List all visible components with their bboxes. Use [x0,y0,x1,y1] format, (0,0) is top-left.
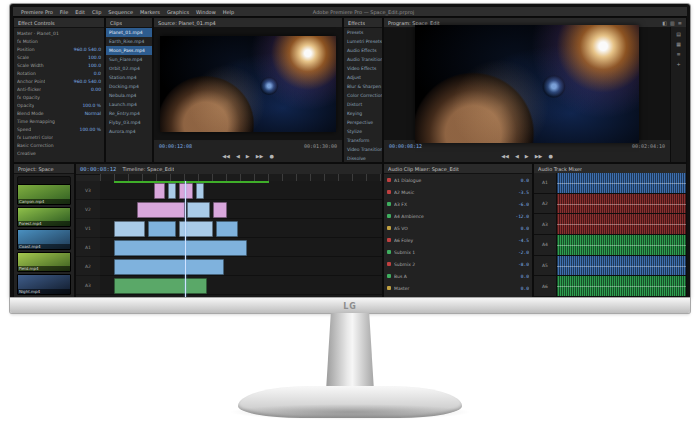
tab-source-monitor[interactable]: Source: Planet_01.mp4 [158,20,216,26]
menu-item[interactable]: Premiere Pro [21,9,53,15]
menu-item[interactable]: File [60,9,68,15]
audio-track-row[interactable]: A3 [534,214,686,235]
param-value[interactable]: 0.00 [91,87,101,92]
transport-button[interactable]: ● [269,153,273,159]
effect-param-row[interactable]: Rotation 0.0 [17,69,101,77]
clip-list-item[interactable]: Sun_Flare.mp4 [106,55,152,64]
channel-level-value[interactable]: 0.0 [521,274,529,279]
transport-button[interactable]: ▶ [525,153,529,159]
timeline-clip[interactable] [114,278,207,294]
track-header-label[interactable]: A1 [76,238,100,257]
clip-list-item[interactable]: Nebula.mp4 [106,91,152,100]
effects-list-item[interactable]: Video Transitions [344,145,382,154]
param-value[interactable]: 960.0 540.0 [74,79,101,84]
effects-list-item[interactable]: Adjust [344,73,382,82]
transport-button[interactable]: ◀ [236,153,240,159]
effect-param-row[interactable]: Position 960.0 540.0 [17,45,101,53]
timeline-clip[interactable] [137,202,185,218]
mixer-channel-row[interactable]: Submix 2 -8.0 [387,258,529,270]
timeline-clip[interactable] [187,202,210,218]
menu-item[interactable]: Sequence [108,9,133,15]
clip-list-item[interactable]: Aurora.mp4 [106,127,152,136]
tab-timeline[interactable]: Timeline: Space_Edit [122,166,174,172]
media-thumbnail[interactable]: Forest.mp4 [17,207,71,228]
param-value[interactable]: Normal [85,111,101,116]
mixer-channel-row[interactable]: A4 Ambience -12.0 [387,210,529,222]
param-value[interactable]: 100.0 [88,55,101,60]
audio-track-waveform[interactable] [557,214,686,234]
panel-menu-icon[interactable]: ◧ [662,20,667,26]
effect-param-row[interactable]: Master · Planet_01 [17,29,101,37]
channel-level-value[interactable]: 0.0 [521,226,529,231]
mixer-channel-row[interactable]: A6 Foley -4.5 [387,234,529,246]
audio-track-row[interactable]: A5 [534,256,686,277]
effect-param-row[interactable]: Scale 100.0 [17,53,101,61]
mixer-channel-row[interactable]: A2 Music -3.5 [387,186,529,198]
audio-track-row[interactable]: A1 [534,173,686,194]
side-panel-icon[interactable]: ▤ [676,31,681,37]
mixer-channel-row[interactable]: A1 Dialogue 0.0 [387,174,529,186]
channel-level-value[interactable]: -3.5 [518,190,529,195]
clip-list-item[interactable]: Moon_Pass.mp4 [106,46,152,55]
timeline-clip[interactable] [114,259,224,275]
audio-track-row[interactable]: A2 [534,194,686,215]
effect-param-row[interactable]: Creative [17,149,101,157]
channel-level-value[interactable]: -4.5 [518,238,529,243]
tab-audio-mixer[interactable]: Audio Clip Mixer: Space_Edit [388,166,459,172]
effects-list-item[interactable]: Blur & Sharpen [344,82,382,91]
clip-list-item[interactable]: Launch.mp4 [106,100,152,109]
effects-list-item[interactable]: Audio Effects [344,46,382,55]
audio-track-waveform[interactable] [557,235,686,255]
transport-button[interactable]: ◀◀ [501,153,509,159]
tab-effects[interactable]: Effects [348,20,365,26]
media-thumbnail[interactable]: Field.mp4 [17,252,71,273]
menu-item[interactable]: Edit [75,9,85,15]
effects-list-item[interactable]: Lumetri Presets [344,37,382,46]
tab-audio-tracks[interactable]: Audio Track Mixer [538,166,582,172]
effect-param-row[interactable]: Scale Width 100.0 [17,61,101,69]
timeline-track-area[interactable] [100,181,382,297]
audio-track-waveform[interactable] [557,194,686,214]
side-panel-icon[interactable]: + [676,61,680,67]
channel-level-value[interactable]: -2.0 [518,250,529,255]
transport-button[interactable]: ▶▶ [535,153,543,159]
panel-menu-icon[interactable]: ≡ [678,20,682,26]
transport-button[interactable]: ◀◀ [222,153,230,159]
effect-param-row[interactable]: Anti-flicker 0.00 [17,85,101,93]
tab-project[interactable]: Project: Space [18,166,54,172]
audio-track-row[interactable]: A6 [534,276,686,297]
effect-param-row[interactable]: Blend Mode Normal [17,109,101,117]
effects-list-item[interactable]: Keying [344,109,382,118]
panel-menu-icon[interactable]: ▥ [670,20,675,26]
channel-level-value[interactable]: -8.0 [518,262,529,267]
effect-param-row[interactable]: Basic Correction [17,141,101,149]
timeline-clip[interactable] [148,221,176,237]
track-header-label[interactable]: A2 [76,257,100,276]
mixer-channel-row[interactable]: A5 VO 0.0 [387,222,529,234]
clip-list-item[interactable]: Planet_01.mp4 [106,28,152,37]
effect-param-row[interactable]: Speed 100.00 % [17,125,101,133]
timeline-clip[interactable] [168,183,176,199]
clip-list-item[interactable]: Re_Entry.mp4 [106,109,152,118]
audio-track-row[interactable]: A4 [534,235,686,256]
channel-level-value[interactable]: -12.0 [515,214,529,219]
mixer-channel-row[interactable]: Submix 1 -2.0 [387,246,529,258]
clip-list-item[interactable]: Flyby_03.mp4 [106,118,152,127]
menu-item[interactable]: Window [196,9,216,15]
param-value[interactable]: 100.00 % [80,127,101,132]
effects-list-item[interactable]: Video Effects [344,64,382,73]
clip-list-item[interactable]: Orbit_02.mp4 [106,64,152,73]
effects-list-item[interactable]: Dissolve [344,154,382,163]
mixer-channel-row[interactable]: Master 0.0 [387,282,529,294]
effect-param-row[interactable]: Time Remapping [17,117,101,125]
param-value[interactable]: 960.0 540.0 [74,47,101,52]
audio-track-waveform[interactable] [557,276,686,296]
media-thumbnail[interactable]: Canyon.mp4 [17,184,71,205]
timeline-clip[interactable] [114,221,145,237]
timeline-clip[interactable] [154,183,165,199]
audio-track-waveform[interactable] [557,256,686,276]
menu-item[interactable]: Markers [140,9,160,15]
param-value[interactable]: 0.0 [94,71,101,76]
effect-param-row[interactable]: fx Motion [17,37,101,45]
playhead[interactable] [185,181,186,297]
